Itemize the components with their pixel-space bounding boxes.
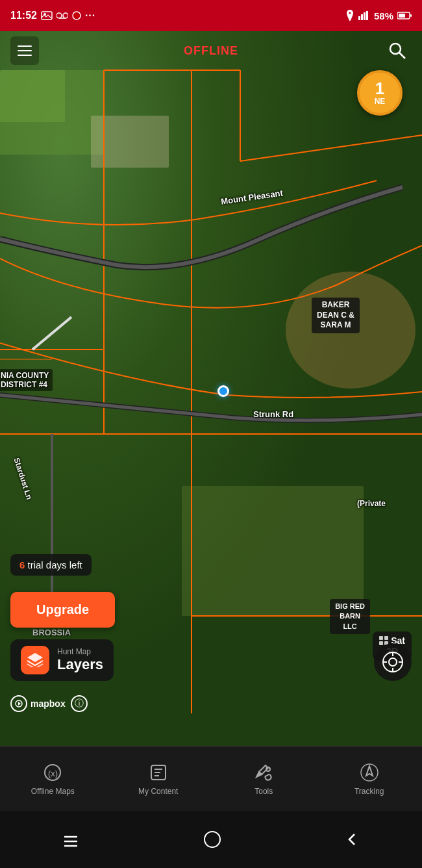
nav-item-tracking[interactable]: Tracking: [343, 762, 395, 796]
svg-point-5: [73, 12, 81, 19]
svg-rect-28: [379, 641, 383, 645]
status-bar: 11:52 ··· 58%: [0, 0, 422, 31]
android-navigation: [0, 811, 422, 868]
brossia-label: BROSSIA: [32, 628, 71, 637]
tracking-icon: [359, 762, 380, 783]
battery-icon: [397, 12, 412, 19]
my-content-icon: [148, 762, 169, 783]
voicemail-icon: [56, 12, 68, 19]
info-button[interactable]: ⓘ: [71, 695, 88, 712]
home-icon: [203, 830, 221, 849]
current-location-dot: [217, 385, 229, 397]
hamburger-line-2: [18, 50, 32, 51]
location-icon: [345, 10, 354, 21]
nav-item-tools[interactable]: Tools: [238, 762, 290, 796]
svg-point-31: [389, 658, 397, 666]
android-home-button[interactable]: [203, 830, 221, 849]
offline-maps-icon: (x): [42, 762, 63, 783]
map-topbar: OFFLINE: [0, 31, 422, 70]
layers-icon: [21, 646, 49, 674]
search-icon: [388, 42, 406, 60]
svg-rect-11: [399, 14, 405, 18]
mapbox-logo: mapbox: [10, 695, 66, 712]
terrain-patch-5: [91, 116, 169, 168]
svg-point-24: [390, 44, 401, 54]
mapbox-arrow-icon: [15, 700, 23, 708]
upgrade-button[interactable]: Upgrade: [10, 592, 115, 628]
hamburger-button[interactable]: [10, 36, 39, 65]
layers-text: Hunt Map Layers: [57, 647, 103, 673]
android-recent-button[interactable]: [62, 830, 80, 849]
status-left: 11:52 ···: [10, 10, 95, 21]
trial-days-text: trial days left: [28, 559, 82, 570]
map-container[interactable]: OFFLINE Mount Pleasant Strunk Rd Stardus…: [0, 31, 422, 777]
bottom-navigation: (x) Offline Maps My Content Tools: [0, 746, 422, 811]
search-button[interactable]: [383, 36, 412, 65]
image-icon: [41, 11, 53, 20]
status-time: 11:52: [10, 10, 37, 21]
notification-number: 1: [375, 80, 384, 97]
layers-word: Layers: [57, 656, 103, 673]
android-back-button[interactable]: [345, 832, 360, 847]
record-icon: [72, 11, 81, 20]
battery-label: 58%: [374, 10, 393, 21]
svg-rect-26: [379, 636, 383, 640]
hunt-map-layers-button[interactable]: Hunt Map Layers: [10, 639, 114, 681]
offline-label: OFFLINE: [184, 44, 238, 58]
recent-apps-icon: [62, 830, 80, 849]
tracking-label: Tracking: [354, 787, 384, 796]
compass-icon: [382, 651, 404, 673]
nav-item-my-content[interactable]: My Content: [132, 762, 184, 796]
barn-label: BIG RED BARN LLC: [330, 599, 370, 634]
notification-direction: NE: [375, 97, 386, 106]
notification-badge[interactable]: 1 NE: [357, 70, 403, 116]
hamburger-line-3: [18, 55, 32, 56]
svg-marker-37: [18, 702, 21, 706]
svg-rect-7: [361, 14, 363, 20]
status-right: 58%: [345, 10, 412, 21]
mapbox-text: mapbox: [31, 698, 66, 709]
hamburger-line-1: [18, 45, 32, 47]
svg-point-2: [56, 13, 62, 18]
svg-point-49: [205, 832, 220, 847]
mapbox-attribution: mapbox ⓘ: [10, 695, 88, 712]
more-icon: ···: [85, 10, 95, 21]
compass-button[interactable]: [374, 643, 412, 681]
svg-rect-12: [410, 14, 412, 17]
hunt-map-text: Hunt Map: [57, 647, 103, 656]
signal-icon: [358, 11, 370, 20]
offline-maps-label: Offline Maps: [31, 787, 75, 796]
stack-icon: [27, 653, 43, 667]
svg-rect-6: [358, 16, 360, 20]
svg-text:(x): (x): [48, 769, 58, 778]
terrain-patch-3: [286, 272, 416, 389]
trial-days-number: 6: [19, 559, 25, 570]
svg-rect-27: [384, 636, 388, 640]
svg-point-3: [63, 13, 68, 18]
back-icon: [345, 832, 360, 847]
tools-icon: [253, 762, 274, 783]
svg-rect-8: [364, 12, 366, 20]
svg-point-44: [266, 767, 270, 771]
my-content-label: My Content: [138, 787, 178, 796]
tools-label: Tools: [254, 787, 273, 796]
trial-banner: 6 trial days left: [10, 554, 92, 576]
mapbox-circle-icon: [10, 695, 27, 712]
nav-item-offline-maps[interactable]: (x) Offline Maps: [27, 762, 79, 796]
svg-line-25: [399, 53, 405, 58]
terrain-patch-4: [182, 486, 364, 616]
terrain-patch-2: [0, 70, 65, 122]
svg-rect-9: [366, 11, 368, 20]
